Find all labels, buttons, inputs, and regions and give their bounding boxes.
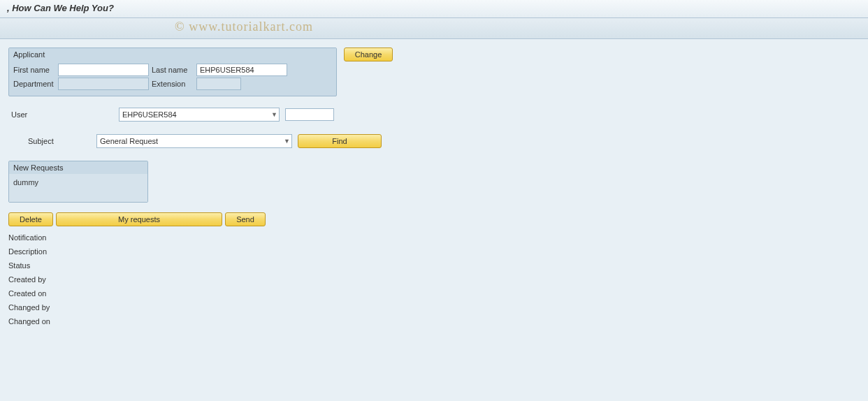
detail-description: Description — [8, 245, 860, 258]
detail-status: Status — [8, 258, 860, 272]
user-row: User ▼ — [8, 108, 860, 122]
department-input[interactable] — [58, 78, 149, 90]
change-button[interactable]: Change — [344, 48, 393, 61]
applicant-group-body: First name Last name Department Extensio… — [9, 61, 336, 96]
page-title: , How Can We Help You? — [7, 3, 861, 13]
first-name-label: First name — [13, 66, 55, 74]
toolbar-spacer — [0, 18, 868, 39]
top-row: Applicant First name Last name Departmen… — [8, 48, 860, 96]
send-button[interactable]: Send — [225, 212, 266, 226]
new-requests-title: New Requests — [9, 161, 147, 174]
applicant-row-2: Department Extension — [13, 78, 332, 90]
applicant-row-1: First name Last name — [13, 64, 332, 76]
subject-label: Subject — [8, 137, 91, 145]
applicant-group-title: Applicant — [9, 48, 336, 61]
user-select[interactable] — [119, 108, 280, 122]
delete-button[interactable]: Delete — [8, 212, 53, 226]
extension-input[interactable] — [196, 78, 241, 90]
extension-label: Extension — [152, 80, 194, 88]
user-extra-input[interactable] — [285, 108, 334, 121]
detail-changed-on: Changed on — [8, 314, 860, 328]
last-name-input[interactable] — [196, 64, 287, 76]
detail-created-on: Created on — [8, 286, 860, 300]
title-bar: , How Can We Help You? — [0, 0, 868, 18]
list-item[interactable]: dummy — [13, 177, 143, 188]
department-label: Department — [13, 80, 55, 88]
detail-created-by: Created by — [8, 272, 860, 286]
find-button[interactable]: Find — [298, 134, 382, 148]
action-row: Delete My requests Send — [8, 212, 860, 226]
first-name-input[interactable] — [58, 64, 149, 76]
detail-changed-by: Changed by — [8, 300, 860, 314]
last-name-label: Last name — [152, 66, 194, 74]
my-requests-button[interactable]: My requests — [56, 212, 222, 226]
user-label: User — [8, 110, 113, 119]
detail-notification: Notification — [8, 231, 860, 245]
details: Notification Description Status Created … — [8, 231, 860, 328]
subject-select[interactable] — [96, 134, 292, 148]
subject-select-wrap: ▼ — [96, 134, 292, 148]
new-requests-group: New Requests dummy — [8, 161, 148, 203]
new-requests-body: dummy — [9, 174, 147, 202]
applicant-group: Applicant First name Last name Departmen… — [8, 48, 337, 96]
content: Applicant First name Last name Departmen… — [0, 39, 868, 337]
subject-row: Subject ▼ Find — [8, 134, 860, 148]
user-select-wrap: ▼ — [119, 108, 280, 122]
